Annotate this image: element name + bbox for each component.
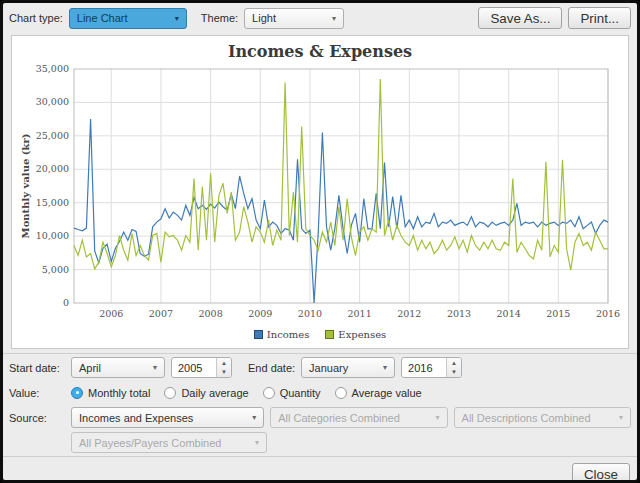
spin-up-icon[interactable]: ▲ bbox=[217, 358, 231, 368]
descriptions-select: All Descriptions Combined ▾ bbox=[454, 407, 631, 428]
legend-label-incomes: Incomes bbox=[267, 329, 310, 340]
radio-daily-average[interactable]: Daily average bbox=[164, 387, 248, 399]
svg-text:25,000: 25,000 bbox=[36, 130, 69, 141]
radio-average-value[interactable]: Average value bbox=[335, 387, 422, 399]
svg-text:2008: 2008 bbox=[199, 308, 223, 319]
svg-text:15,000: 15,000 bbox=[36, 197, 69, 208]
svg-text:20,000: 20,000 bbox=[36, 163, 69, 174]
close-row: Close bbox=[3, 458, 637, 483]
source-row: Source: Incomes and Expenses ▾ All Categ… bbox=[3, 405, 637, 430]
start-month-value: April bbox=[79, 362, 101, 374]
source-value: Incomes and Expenses bbox=[79, 412, 193, 424]
radio-label: Average value bbox=[352, 387, 422, 399]
payees-value: All Payees/Payers Combined bbox=[79, 437, 221, 449]
source-select[interactable]: Incomes and Expenses ▾ bbox=[71, 407, 264, 428]
spin-up-icon[interactable]: ▲ bbox=[447, 358, 461, 368]
svg-text:2012: 2012 bbox=[397, 308, 421, 319]
svg-text:2010: 2010 bbox=[298, 308, 322, 319]
value-label: Value: bbox=[9, 387, 65, 399]
legend-item-incomes: Incomes bbox=[254, 329, 310, 340]
svg-text:2016: 2016 bbox=[596, 308, 620, 319]
chart-type-label: Chart type: bbox=[9, 12, 63, 24]
save-as-button[interactable]: Save As... bbox=[478, 7, 562, 29]
end-year-value[interactable]: 2016 bbox=[402, 358, 446, 377]
chart-type-value: Line Chart bbox=[77, 12, 128, 24]
separator bbox=[3, 456, 637, 457]
svg-text:2011: 2011 bbox=[348, 308, 372, 319]
start-year-spinner[interactable]: 2005 ▲ ▼ bbox=[171, 357, 232, 378]
radio-button-icon[interactable] bbox=[71, 387, 83, 399]
legend-label-expenses: Expenses bbox=[338, 329, 386, 340]
date-range-row: Start date: April ▾ 2005 ▲ ▼ End date: J… bbox=[3, 355, 637, 380]
theme-value: Light bbox=[252, 12, 276, 24]
radio-label: Quantity bbox=[280, 387, 321, 399]
chart-svg: 05,00010,00015,00020,00025,00030,00035,0… bbox=[16, 63, 622, 327]
radio-quantity[interactable]: Quantity bbox=[263, 387, 321, 399]
radio-monthly-total[interactable]: Monthly total bbox=[71, 387, 150, 399]
svg-text:2013: 2013 bbox=[447, 308, 471, 319]
incomes-swatch bbox=[254, 330, 263, 339]
chart-legend: Incomes Expenses bbox=[16, 327, 624, 342]
end-month-select[interactable]: January ▾ bbox=[301, 357, 395, 378]
start-date-label: Start date: bbox=[9, 362, 65, 374]
start-month-select[interactable]: April ▾ bbox=[71, 357, 165, 378]
spin-down-icon[interactable]: ▼ bbox=[217, 368, 231, 378]
radio-button-icon[interactable] bbox=[263, 387, 275, 399]
svg-text:10,000: 10,000 bbox=[36, 230, 69, 241]
radio-button-icon[interactable] bbox=[335, 387, 347, 399]
radio-button-icon[interactable] bbox=[164, 387, 176, 399]
svg-text:0: 0 bbox=[63, 297, 69, 308]
theme-select[interactable]: Light ▾ bbox=[244, 8, 344, 29]
end-year-spinner[interactable]: 2016 ▲ ▼ bbox=[401, 357, 462, 378]
svg-text:2006: 2006 bbox=[99, 308, 123, 319]
chevron-down-icon: ▾ bbox=[436, 413, 440, 422]
categories-select: All Categories Combined ▾ bbox=[270, 407, 447, 428]
expenses-swatch bbox=[325, 330, 334, 339]
payees-select: All Payees/Payers Combined ▾ bbox=[71, 432, 267, 453]
spin-down-icon[interactable]: ▼ bbox=[447, 368, 461, 378]
source-label: Source: bbox=[9, 412, 65, 424]
radio-label: Daily average bbox=[181, 387, 248, 399]
svg-text:5,000: 5,000 bbox=[42, 264, 69, 275]
chevron-down-icon: ▾ bbox=[619, 413, 623, 422]
chevron-down-icon: ▾ bbox=[255, 438, 259, 447]
separator bbox=[3, 353, 637, 354]
print-button[interactable]: Print... bbox=[568, 7, 631, 29]
chart-plot-area: 05,00010,00015,00020,00025,00030,00035,0… bbox=[16, 63, 624, 327]
close-button[interactable]: Close bbox=[572, 463, 630, 483]
chevron-down-icon: ▾ bbox=[383, 363, 387, 372]
categories-value: All Categories Combined bbox=[278, 412, 400, 424]
svg-text:30,000: 30,000 bbox=[36, 96, 69, 107]
end-month-value: January bbox=[309, 362, 348, 374]
svg-text:2014: 2014 bbox=[497, 308, 521, 319]
svg-text:2015: 2015 bbox=[546, 308, 570, 319]
chevron-down-icon: ▾ bbox=[332, 14, 336, 23]
chart-title: Incomes & Expenses bbox=[16, 40, 624, 63]
svg-text:2007: 2007 bbox=[149, 308, 173, 319]
chart-type-select[interactable]: Line Chart ▾ bbox=[69, 8, 187, 29]
start-year-value[interactable]: 2005 bbox=[172, 358, 216, 377]
svg-text:2009: 2009 bbox=[248, 308, 272, 319]
radio-label: Monthly total bbox=[88, 387, 150, 399]
theme-label: Theme: bbox=[201, 12, 238, 24]
chevron-down-icon: ▾ bbox=[153, 363, 157, 372]
descriptions-value: All Descriptions Combined bbox=[462, 412, 591, 424]
legend-item-expenses: Expenses bbox=[325, 329, 386, 340]
payees-row: All Payees/Payers Combined ▾ bbox=[3, 430, 637, 455]
svg-text:Monthly value (kr): Monthly value (kr) bbox=[20, 134, 31, 239]
end-date-label: End date: bbox=[248, 362, 295, 374]
chart-window: Chart type: Line Chart ▾ Theme: Light ▾ … bbox=[0, 0, 640, 483]
svg-text:35,000: 35,000 bbox=[36, 63, 69, 74]
value-row: Value: Monthly total Daily average Quant… bbox=[3, 380, 637, 405]
toolbar: Chart type: Line Chart ▾ Theme: Light ▾ … bbox=[3, 3, 637, 33]
chevron-down-icon: ▾ bbox=[252, 413, 256, 422]
chart-panel: Incomes & Expenses 05,00010,00015,00020,… bbox=[11, 35, 629, 349]
chevron-down-icon: ▾ bbox=[175, 14, 179, 23]
